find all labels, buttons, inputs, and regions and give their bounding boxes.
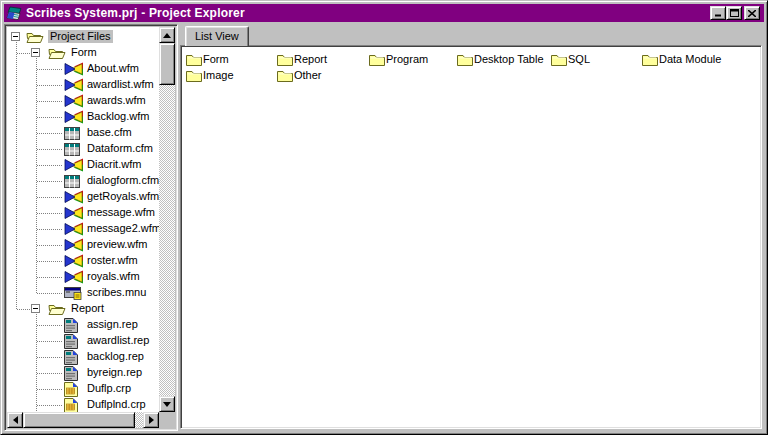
tree-item-label[interactable]: Dataform.cfm bbox=[85, 142, 155, 155]
tree-connector-stub bbox=[37, 341, 62, 342]
list-item[interactable]: Data Module bbox=[642, 51, 721, 67]
maximize-button[interactable] bbox=[726, 6, 742, 20]
table-form-file-icon bbox=[64, 143, 80, 156]
tree-item[interactable]: awardlist.wfm bbox=[7, 77, 159, 93]
tree-item-label[interactable]: getRoyals.wfm bbox=[85, 190, 159, 203]
tree-horizontal-scrollbar[interactable] bbox=[7, 412, 159, 428]
tree-connector-stub bbox=[37, 181, 62, 182]
list-item-label: Form bbox=[203, 53, 229, 65]
list-item-label: Desktop Table bbox=[474, 53, 544, 65]
tree-item[interactable]: Duflplnd.crp bbox=[7, 397, 159, 412]
tree-item-label[interactable]: assign.rep bbox=[85, 318, 140, 331]
tree-item-label[interactable]: Diacrit.wfm bbox=[85, 158, 143, 171]
tree-item-label[interactable]: roster.wfm bbox=[85, 254, 140, 267]
scroll-up-button[interactable] bbox=[159, 27, 175, 43]
form-file-icon bbox=[64, 254, 84, 268]
tree-item-label[interactable]: awardlist.rep bbox=[85, 334, 151, 347]
horizontal-scroll-thumb[interactable] bbox=[23, 412, 135, 428]
tree-item-label[interactable]: Form bbox=[69, 46, 99, 59]
scroll-right-button[interactable] bbox=[143, 412, 159, 428]
list-item[interactable]: SQL bbox=[551, 51, 590, 67]
form-file-icon bbox=[64, 78, 84, 92]
tree-item[interactable]: message.wfm bbox=[7, 205, 159, 221]
tree-item-label[interactable]: Duflplnd.crp bbox=[85, 398, 148, 411]
scroll-down-button[interactable] bbox=[159, 396, 175, 412]
tree-item-label[interactable]: Report bbox=[69, 302, 106, 315]
report-file-icon bbox=[64, 318, 78, 333]
list-item[interactable]: Image bbox=[186, 67, 234, 83]
close-button[interactable] bbox=[744, 6, 760, 20]
list-item-label: Program bbox=[386, 53, 428, 65]
list-item-label: Image bbox=[203, 69, 234, 81]
scroll-left-button[interactable] bbox=[7, 412, 23, 428]
list-view-panel: List View Form Report Program Desktop Ta… bbox=[179, 24, 764, 431]
list-item[interactable]: Other bbox=[277, 67, 322, 83]
list-view-content[interactable]: Form Report Program Desktop Table SQL Da… bbox=[180, 45, 762, 429]
form-file-icon bbox=[64, 94, 84, 108]
tree-item[interactable]: Duflp.crp bbox=[7, 381, 159, 397]
tree-item[interactable]: getRoyals.wfm bbox=[7, 189, 159, 205]
tree-item-label[interactable]: About.wfm bbox=[85, 62, 141, 75]
list-item[interactable]: Program bbox=[369, 51, 428, 67]
tree-item-label[interactable]: base.cfm bbox=[85, 126, 134, 139]
expand-toggle-minus[interactable] bbox=[11, 32, 20, 41]
tree-item[interactable]: Report bbox=[7, 301, 159, 317]
tree-item[interactable]: dialogform.cfm bbox=[7, 173, 159, 189]
project-explorer-window: Scribes System.prj - Project Explorer bbox=[0, 0, 768, 435]
tree-item[interactable]: About.wfm bbox=[7, 61, 159, 77]
tree-item-label[interactable]: Backlog.wfm bbox=[85, 110, 151, 123]
tree-item-label[interactable]: message2.wfm bbox=[85, 222, 159, 235]
tree-item[interactable]: base.cfm bbox=[7, 125, 159, 141]
tree-vertical-scrollbar[interactable] bbox=[159, 27, 175, 412]
expand-toggle-minus[interactable] bbox=[31, 48, 40, 57]
form-file-icon bbox=[64, 238, 84, 252]
list-item[interactable]: Desktop Table bbox=[457, 51, 544, 67]
tree-item[interactable]: backlog.rep bbox=[7, 349, 159, 365]
tree-item-label[interactable]: royals.wfm bbox=[85, 270, 142, 283]
tree-viewport[interactable]: Project Files Form About.wfm awardlist.w… bbox=[7, 27, 159, 412]
folder-icon bbox=[186, 53, 202, 66]
tree-connector-stub bbox=[37, 85, 62, 86]
tree-item-label[interactable]: awards.wfm bbox=[85, 94, 148, 107]
tree-connector-stub bbox=[37, 293, 62, 294]
tree-item[interactable]: royals.wfm bbox=[7, 269, 159, 285]
tree-item-label[interactable]: scribes.mnu bbox=[85, 286, 148, 299]
tree-item-label[interactable]: backlog.rep bbox=[85, 350, 146, 363]
tree-item-label[interactable]: byreign.rep bbox=[85, 366, 144, 379]
tree-item-label[interactable]: awardlist.wfm bbox=[85, 78, 156, 91]
form-file-icon bbox=[64, 190, 84, 204]
open-folder-icon bbox=[26, 30, 44, 44]
tree-item[interactable]: Dataform.cfm bbox=[7, 141, 159, 157]
minimize-button[interactable] bbox=[710, 6, 726, 20]
list-item[interactable]: Report bbox=[277, 51, 327, 67]
tree-item-label[interactable]: dialogform.cfm bbox=[85, 174, 159, 187]
tree-item[interactable]: roster.wfm bbox=[7, 253, 159, 269]
tree-item-label[interactable]: Project Files bbox=[48, 30, 113, 43]
tree-item[interactable]: preview.wfm bbox=[7, 237, 159, 253]
tree-item[interactable]: message2.wfm bbox=[7, 221, 159, 237]
tree-item[interactable]: awardlist.rep bbox=[7, 333, 159, 349]
tree-connector-stub bbox=[37, 197, 62, 198]
form-file-icon bbox=[64, 222, 84, 236]
tree-item[interactable]: Project Files bbox=[7, 29, 159, 45]
title-bar[interactable]: Scribes System.prj - Project Explorer bbox=[4, 4, 764, 22]
tree-connector-stub bbox=[37, 117, 62, 118]
tree-item[interactable]: scribes.mnu bbox=[7, 285, 159, 301]
tree-connector-stub bbox=[37, 133, 62, 134]
list-item[interactable]: Form bbox=[186, 51, 229, 67]
tab-list-view[interactable]: List View bbox=[185, 26, 249, 46]
list-item-label: Data Module bbox=[659, 53, 721, 65]
tree-item[interactable]: Backlog.wfm bbox=[7, 109, 159, 125]
tree-connector-stub bbox=[37, 101, 62, 102]
tree-item[interactable]: assign.rep bbox=[7, 317, 159, 333]
tree-item-label[interactable]: preview.wfm bbox=[85, 238, 150, 251]
tree-item[interactable]: byreign.rep bbox=[7, 365, 159, 381]
tree-connector-stub bbox=[37, 149, 62, 150]
tree-item-label[interactable]: Duflp.crp bbox=[85, 382, 133, 395]
tree-item[interactable]: awards.wfm bbox=[7, 93, 159, 109]
expand-toggle-minus[interactable] bbox=[31, 304, 40, 313]
tree-item[interactable]: Form bbox=[7, 45, 159, 61]
tree-item[interactable]: Diacrit.wfm bbox=[7, 157, 159, 173]
tree-item-label[interactable]: message.wfm bbox=[85, 206, 157, 219]
vertical-scroll-thumb[interactable] bbox=[159, 43, 175, 85]
